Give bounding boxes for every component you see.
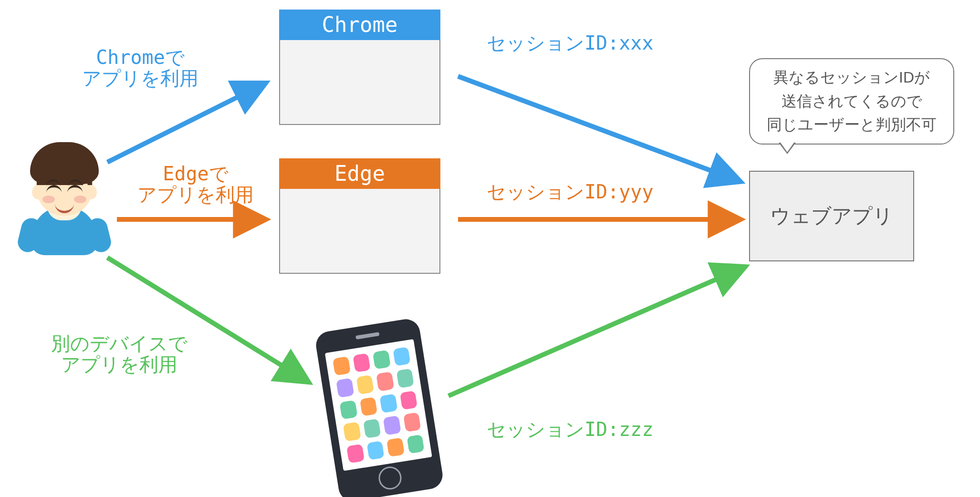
label-user-edge: Edgeで アプリを利用 (134, 163, 258, 205)
webapp-label: ウェブアプリ (770, 203, 893, 229)
webapp-box: ウェブアプリ (749, 171, 914, 261)
browser-chrome: Chrome (279, 10, 440, 125)
browser-edge-title: Edge (279, 158, 440, 189)
browser-edge: Edge (279, 158, 440, 274)
svg-line-0 (107, 83, 265, 162)
browser-chrome-title: Chrome (279, 10, 440, 40)
svg-line-5 (448, 267, 744, 396)
diagram-stage: Chromeで アプリを利用 Edgeで アプリを利用 別のデバイスで アプリを… (0, 0, 980, 497)
label-user-chrome: Chromeで アプリを利用 (73, 47, 207, 89)
bubble-line-1: 異なるセッションIDが (759, 66, 945, 90)
label-session-edge: セッションID:yyy (487, 181, 654, 202)
label-user-device: 別のデバイスで アプリを利用 (38, 333, 200, 375)
label-session-chrome: セッションID:xxx (487, 32, 654, 53)
bubble-line-3: 同じユーザーと判別不可 (759, 113, 945, 137)
label-session-device: セッションID:zzz (487, 419, 654, 440)
bubble-line-2: 送信されてくるので (759, 90, 945, 114)
svg-line-3 (458, 76, 740, 181)
speech-bubble: 異なるセッションIDが 送信されてくるので 同じユーザーと判別不可 (749, 58, 954, 145)
smartphone-device (314, 317, 445, 497)
user-avatar (21, 134, 107, 258)
